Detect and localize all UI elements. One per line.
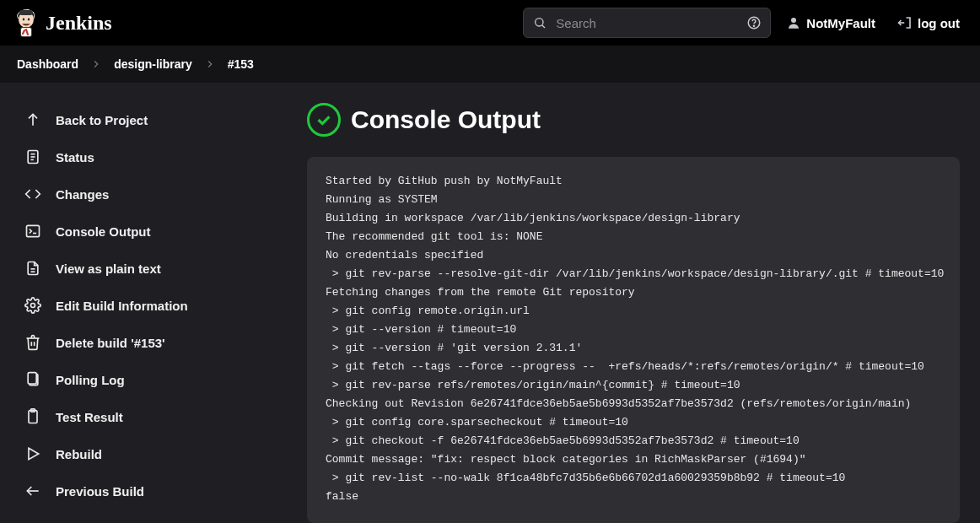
user-icon — [786, 15, 801, 30]
sidebar-item-label: Rebuild — [56, 447, 102, 461]
svg-point-6 — [536, 19, 543, 26]
sidebar: Back to Project Status Changes Console O… — [0, 83, 287, 523]
svg-point-3 — [28, 19, 30, 21]
search-input[interactable] — [556, 16, 738, 30]
help-icon[interactable] — [746, 15, 762, 30]
sidebar-item-label: Changes — [56, 187, 109, 202]
sidebar-item-label: Previous Build — [56, 484, 144, 499]
svg-point-9 — [754, 25, 755, 26]
sidebar-item-view-plain[interactable]: View as plain text — [7, 250, 280, 287]
breadcrumb-project[interactable]: design-library — [114, 57, 192, 71]
svg-line-7 — [542, 25, 545, 28]
sidebar-item-status[interactable]: Status — [7, 138, 280, 175]
page-title: Console Output — [351, 105, 541, 134]
sidebar-item-label: Console Output — [56, 224, 151, 239]
document-icon — [24, 148, 42, 166]
sidebar-item-rebuild[interactable]: Rebuild — [7, 435, 280, 472]
gear-icon — [24, 296, 42, 315]
sidebar-item-previous-build[interactable]: Previous Build — [7, 472, 280, 510]
arrow-left-icon — [24, 482, 42, 500]
sidebar-item-back-to-project[interactable]: Back to Project — [7, 101, 280, 138]
svg-point-10 — [791, 18, 796, 23]
sidebar-item-label: Test Result — [56, 410, 123, 424]
logout-button[interactable]: log out — [891, 10, 967, 35]
clipboard-icon — [24, 370, 42, 389]
sidebar-item-label: Polling Log — [56, 373, 125, 387]
chevron-right-icon — [204, 58, 216, 70]
play-icon — [24, 445, 42, 463]
svg-point-20 — [31, 304, 35, 308]
svg-rect-1 — [19, 10, 33, 15]
sidebar-item-console-output[interactable]: Console Output — [7, 213, 280, 250]
clipboard-check-icon — [24, 407, 42, 426]
app-name: Jenkins — [46, 12, 112, 35]
jenkins-logo-icon — [13, 7, 39, 39]
code-icon — [24, 185, 42, 203]
terminal-icon — [24, 222, 42, 240]
trash-icon — [24, 333, 42, 352]
sidebar-item-changes[interactable]: Changes — [7, 175, 280, 213]
jenkins-logo-block[interactable]: Jenkins — [13, 7, 112, 39]
arrow-up-icon — [24, 111, 42, 129]
build-status-success-icon — [307, 103, 341, 137]
sidebar-item-label: Back to Project — [56, 113, 148, 127]
sidebar-item-polling-log[interactable]: Polling Log — [7, 361, 280, 398]
sidebar-item-label: Delete build '#153' — [56, 336, 165, 350]
header-bar: Jenkins NotMyFault — [0, 0, 980, 46]
file-text-icon — [24, 259, 42, 278]
sidebar-item-edit-build[interactable]: Edit Build Information — [7, 287, 280, 324]
search-box[interactable] — [523, 8, 771, 38]
search-icon — [532, 15, 547, 30]
breadcrumb-dashboard[interactable]: Dashboard — [17, 57, 78, 71]
svg-marker-27 — [29, 448, 39, 459]
sidebar-item-label: Status — [56, 150, 94, 164]
sidebar-item-test-result[interactable]: Test Result — [7, 398, 280, 435]
svg-rect-16 — [27, 225, 40, 236]
breadcrumb-build[interactable]: #153 — [228, 57, 254, 71]
sidebar-item-delete-build[interactable]: Delete build '#153' — [7, 324, 280, 361]
user-menu[interactable]: NotMyFault — [779, 10, 882, 35]
sidebar-item-label: Edit Build Information — [56, 299, 188, 313]
logout-icon — [897, 15, 913, 30]
console-output-panel[interactable]: Started by GitHub push by NotMyFault Run… — [307, 157, 960, 523]
svg-rect-24 — [28, 373, 36, 384]
sidebar-item-label: View as plain text — [56, 262, 161, 276]
svg-point-2 — [23, 19, 24, 21]
user-name: NotMyFault — [806, 16, 875, 30]
chevron-right-icon — [90, 58, 102, 70]
breadcrumb: Dashboard design-library #153 — [0, 46, 980, 83]
main-content: Console Output Started by GitHub push by… — [287, 83, 980, 523]
logout-label: log out — [918, 16, 960, 30]
page-title-row: Console Output — [307, 103, 960, 137]
